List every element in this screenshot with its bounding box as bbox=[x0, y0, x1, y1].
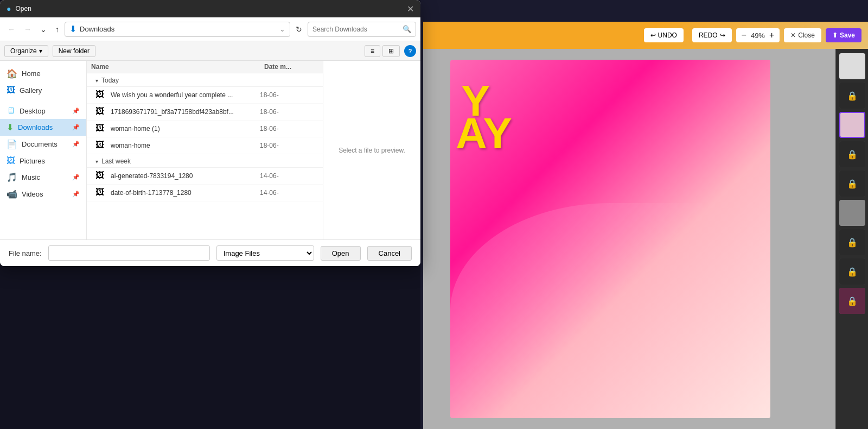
organize-button[interactable]: Organize ▾ bbox=[4, 45, 48, 57]
refresh-button[interactable]: ↻ bbox=[292, 23, 305, 36]
lock-overlay-7: 🔒 bbox=[839, 229, 865, 255]
dialog-body: 🏠 Home 🖼 Gallery 🖥 Desktop 📌 ⬇ Downloads… bbox=[0, 61, 420, 239]
panel-thumb-1[interactable] bbox=[839, 53, 865, 79]
sidebar-divider bbox=[0, 98, 86, 103]
sidebar-item-desktop[interactable]: 🖥 Desktop 📌 bbox=[0, 103, 86, 119]
location-text: Downloads bbox=[80, 25, 114, 33]
editor-toolbar: ↩ UNDO REDO ↪ − 49% + ✕ Close ⬆ Save bbox=[423, 22, 868, 49]
filename-label: File name: bbox=[9, 249, 42, 257]
zoom-controls: − 49% + bbox=[736, 28, 780, 42]
back-button[interactable]: ← bbox=[4, 23, 18, 36]
sidebar-item-pictures[interactable]: 🖼 Pictures bbox=[0, 153, 86, 169]
close-button[interactable]: ✕ Close bbox=[784, 28, 821, 42]
file-name-0: We wish you a wonderful year complete ..… bbox=[111, 91, 260, 99]
file-name-1: 1718693671791_bf3a77158bdf423ab8bf... bbox=[111, 108, 260, 116]
file-name-2: woman-home (1) bbox=[111, 125, 260, 133]
file-row-3[interactable]: 🖼 woman-home 18-06- bbox=[87, 137, 323, 154]
save-icon: ⬆ bbox=[832, 31, 838, 39]
sidebar-item-videos[interactable]: 📹 Videos 📌 bbox=[0, 186, 86, 203]
search-box: 🔍 bbox=[308, 22, 416, 37]
sidebar-item-gallery[interactable]: 🖼 Gallery bbox=[0, 82, 86, 98]
file-icon-5: 🖼 bbox=[95, 187, 106, 198]
dialog-titlebar: ● Open ✕ bbox=[0, 0, 420, 17]
chrome-logo-icon: ● bbox=[7, 4, 11, 13]
sidebar-item-pictures-label: Pictures bbox=[20, 157, 45, 165]
file-row-2[interactable]: 🖼 woman-home (1) 18-06- bbox=[87, 121, 323, 137]
panel-thumb-5[interactable]: 🔒 bbox=[839, 171, 865, 197]
panel-thumb-6[interactable] bbox=[839, 200, 865, 226]
group-lastweek-chevron-icon: ▾ bbox=[95, 159, 98, 165]
file-row-4[interactable]: 🖼 ai-generated-7833194_1280 14-06- bbox=[87, 168, 323, 185]
panel-thumb-8[interactable]: 🔒 bbox=[839, 258, 865, 285]
file-name-5: date-of-birth-1713778_1280 bbox=[111, 189, 260, 197]
desktop-icon: 🖥 bbox=[7, 106, 15, 116]
panel-thumb-2[interactable]: 🔒 bbox=[839, 83, 865, 109]
file-row-0[interactable]: 🖼 We wish you a wonderful year complete … bbox=[87, 87, 323, 104]
dialog-close-button[interactable]: ✕ bbox=[406, 5, 414, 12]
sidebar-item-gallery-label: Gallery bbox=[20, 86, 42, 94]
sidebar-item-downloads[interactable]: ⬇ Downloads 📌 bbox=[0, 119, 86, 136]
file-name-4: ai-generated-7833194_1280 bbox=[111, 172, 260, 180]
redo-icon: ↪ bbox=[720, 31, 725, 39]
filename-input[interactable] bbox=[48, 245, 210, 261]
file-icon-4: 🖼 bbox=[95, 171, 106, 181]
group-lastweek[interactable]: ▾ Last week bbox=[87, 154, 323, 168]
sidebar-item-home[interactable]: 🏠 Home bbox=[0, 65, 86, 82]
file-date-1: 18-06- bbox=[260, 108, 314, 116]
sidebar-item-downloads-label: Downloads bbox=[18, 123, 53, 131]
right-panel: 🔒 🔒 🔒 🔒 🔒 🔒 bbox=[835, 49, 868, 429]
view-toggle-group: ≡ ⊞ bbox=[365, 45, 400, 57]
pin-icon-documents: 📌 bbox=[72, 141, 80, 148]
new-folder-button[interactable]: New folder bbox=[53, 45, 95, 57]
zoom-level: 49% bbox=[751, 31, 765, 40]
lock-overlay-8: 🔒 bbox=[839, 258, 865, 285]
dialog-title: Open bbox=[15, 5, 402, 12]
view-list-button[interactable]: ≡ bbox=[365, 45, 380, 57]
pin-icon-desktop: 📌 bbox=[72, 108, 80, 115]
sidebar-item-documents-label: Documents bbox=[22, 140, 58, 148]
open-button[interactable]: Open bbox=[321, 246, 361, 261]
lock-overlay-4: 🔒 bbox=[839, 141, 865, 167]
column-name: Name bbox=[91, 63, 264, 71]
pin-icon-downloads: 📌 bbox=[72, 124, 80, 131]
dialog-sidebar: 🏠 Home 🖼 Gallery 🖥 Desktop 📌 ⬇ Downloads… bbox=[0, 61, 87, 239]
undo-button[interactable]: ↩ UNDO bbox=[644, 28, 684, 42]
downloads-icon: ⬇ bbox=[7, 122, 14, 133]
panel-thumb-4[interactable]: 🔒 bbox=[839, 141, 865, 167]
group-today-chevron-icon: ▾ bbox=[95, 78, 98, 84]
sidebar-item-music-label: Music bbox=[22, 173, 40, 181]
help-button[interactable]: ? bbox=[404, 45, 416, 57]
save-button[interactable]: ⬆ Save bbox=[826, 28, 861, 42]
recent-button[interactable]: ⌄ bbox=[37, 23, 50, 36]
group-today[interactable]: ▾ Today bbox=[87, 73, 323, 87]
forward-button[interactable]: → bbox=[21, 23, 35, 36]
panel-thumb-3[interactable] bbox=[839, 112, 865, 138]
up-button[interactable]: ↑ bbox=[52, 23, 62, 36]
file-date-2: 18-06- bbox=[260, 125, 314, 133]
search-input[interactable] bbox=[312, 26, 399, 33]
panel-thumb-9[interactable]: 🔒 bbox=[839, 288, 865, 314]
location-bar[interactable]: ⬇ Downloads ⌄ bbox=[65, 22, 290, 37]
sidebar-item-documents[interactable]: 📄 Documents 📌 bbox=[0, 136, 86, 153]
cancel-button[interactable]: Cancel bbox=[367, 246, 412, 261]
filetype-select[interactable]: Image Files All Files bbox=[216, 245, 314, 261]
redo-button[interactable]: REDO ↪ bbox=[692, 28, 732, 42]
preview-text: Select a file to preview. bbox=[339, 147, 405, 154]
sidebar-item-home-label: Home bbox=[22, 70, 41, 78]
dialog-nav: ← → ⌄ ↑ ⬇ Downloads ⌄ ↻ 🔍 bbox=[0, 17, 420, 41]
panel-thumb-7[interactable]: 🔒 bbox=[839, 229, 865, 255]
file-row-1[interactable]: 🖼 1718693671791_bf3a77158bdf423ab8bf... … bbox=[87, 104, 323, 121]
sidebar-item-music[interactable]: 🎵 Music 📌 bbox=[0, 169, 86, 186]
undo-icon: ↩ bbox=[650, 31, 656, 39]
dialog-footer: File name: Image Files All Files Open Ca… bbox=[0, 239, 420, 266]
zoom-out-button[interactable]: − bbox=[742, 30, 746, 40]
swirl-decoration bbox=[450, 203, 770, 418]
file-row-5[interactable]: 🖼 date-of-birth-1713778_1280 14-06- bbox=[87, 185, 323, 201]
sidebar-item-videos-label: Videos bbox=[22, 190, 43, 198]
file-icon-3: 🖼 bbox=[95, 140, 106, 151]
file-icon-2: 🖼 bbox=[95, 123, 106, 134]
search-icon: 🔍 bbox=[403, 25, 411, 33]
zoom-in-button[interactable]: + bbox=[769, 30, 774, 40]
file-date-0: 18-06- bbox=[260, 91, 314, 99]
view-icons-button[interactable]: ⊞ bbox=[382, 45, 400, 57]
